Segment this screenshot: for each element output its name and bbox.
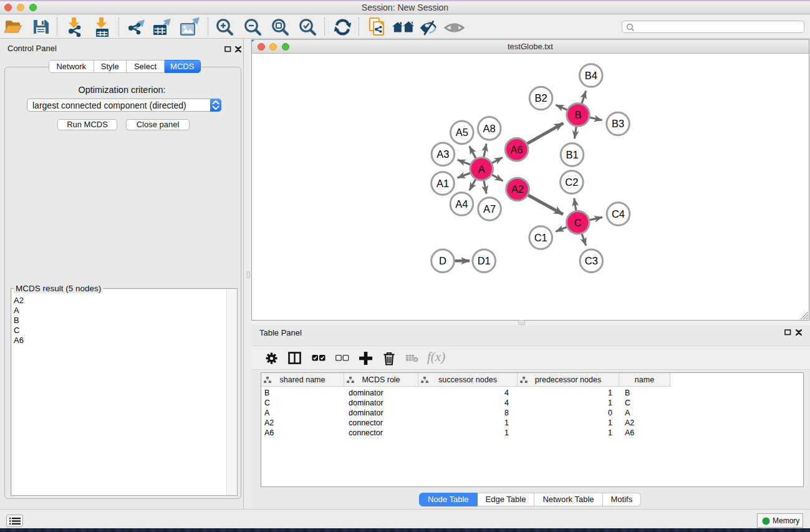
svg-text:B1: B1 xyxy=(566,149,578,160)
svg-text:A8: A8 xyxy=(483,123,496,134)
svg-text:A: A xyxy=(478,163,485,175)
svg-text:C3: C3 xyxy=(585,255,598,266)
svg-text:A7: A7 xyxy=(483,203,496,215)
svg-text:D: D xyxy=(439,255,446,266)
svg-text:B3: B3 xyxy=(612,118,624,129)
svg-text:C: C xyxy=(574,217,582,228)
svg-text:B4: B4 xyxy=(585,70,597,81)
svg-text:C1: C1 xyxy=(534,232,547,243)
svg-text:A1: A1 xyxy=(436,178,449,189)
svg-text:C4: C4 xyxy=(612,208,625,220)
svg-text:B: B xyxy=(574,109,581,120)
svg-text:A3: A3 xyxy=(436,148,449,160)
svg-text:D1: D1 xyxy=(478,255,491,266)
svg-text:A2: A2 xyxy=(511,183,524,195)
svg-text:A6: A6 xyxy=(511,144,523,155)
svg-text:A4: A4 xyxy=(455,198,468,210)
svg-text:C2: C2 xyxy=(565,177,578,188)
svg-text:B2: B2 xyxy=(534,92,547,104)
svg-text:A5: A5 xyxy=(456,127,468,138)
